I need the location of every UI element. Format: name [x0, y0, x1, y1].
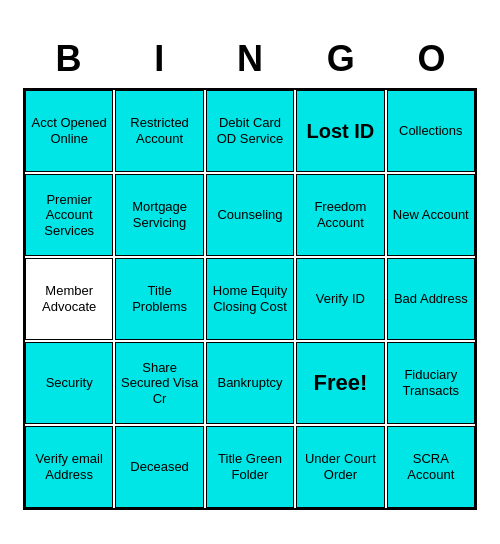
bingo-cell-6[interactable]: Mortgage Servicing — [115, 174, 203, 256]
bingo-cell-19[interactable]: Fiduciary Transacts — [387, 342, 475, 424]
bingo-letter-g: G — [295, 34, 386, 84]
bingo-cell-7[interactable]: Counseling — [206, 174, 294, 256]
bingo-letter-n: N — [205, 34, 296, 84]
bingo-cell-23[interactable]: Under Court Order — [296, 426, 384, 508]
bingo-cell-24[interactable]: SCRA Account — [387, 426, 475, 508]
bingo-cell-5[interactable]: Premier Account Services — [25, 174, 113, 256]
bingo-cell-13[interactable]: Verify ID — [296, 258, 384, 340]
bingo-grid: Acct Opened OnlineRestricted AccountDebi… — [23, 88, 477, 510]
bingo-cell-8[interactable]: Freedom Account — [296, 174, 384, 256]
bingo-cell-12[interactable]: Home Equity Closing Cost — [206, 258, 294, 340]
bingo-cell-2[interactable]: Debit Card OD Service — [206, 90, 294, 172]
bingo-cell-17[interactable]: Bankruptcy — [206, 342, 294, 424]
bingo-letter-i: I — [114, 34, 205, 84]
bingo-letter-o: O — [386, 34, 477, 84]
bingo-cell-9[interactable]: New Account — [387, 174, 475, 256]
bingo-cell-1[interactable]: Restricted Account — [115, 90, 203, 172]
bingo-cell-16[interactable]: Share Secured Visa Cr — [115, 342, 203, 424]
bingo-card: BINGO Acct Opened OnlineRestricted Accou… — [15, 26, 485, 518]
bingo-cell-21[interactable]: Deceased — [115, 426, 203, 508]
bingo-cell-0[interactable]: Acct Opened Online — [25, 90, 113, 172]
bingo-cell-22[interactable]: Title Green Folder — [206, 426, 294, 508]
bingo-cell-4[interactable]: Collections — [387, 90, 475, 172]
bingo-letter-b: B — [23, 34, 114, 84]
bingo-cell-15[interactable]: Security — [25, 342, 113, 424]
bingo-cell-14[interactable]: Bad Address — [387, 258, 475, 340]
bingo-cell-11[interactable]: Title Problems — [115, 258, 203, 340]
bingo-cell-20[interactable]: Verify email Address — [25, 426, 113, 508]
bingo-header: BINGO — [23, 34, 477, 84]
bingo-cell-10[interactable]: Member Advocate — [25, 258, 113, 340]
bingo-cell-3[interactable]: Lost ID — [296, 90, 384, 172]
bingo-cell-18[interactable]: Free! — [296, 342, 384, 424]
